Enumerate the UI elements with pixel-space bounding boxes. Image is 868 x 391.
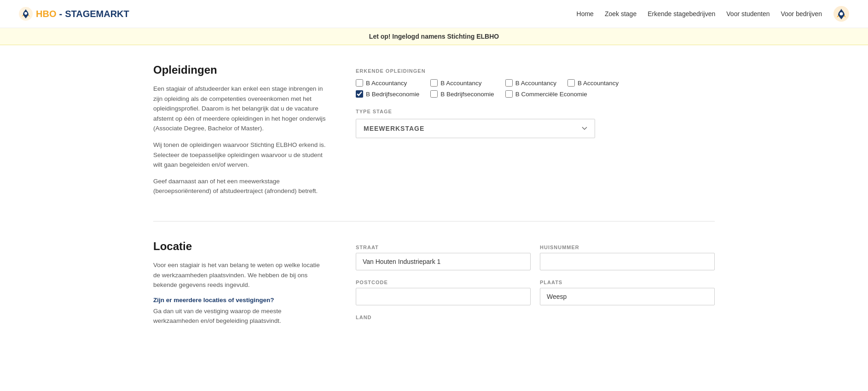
locatie-p3: Ga dan uit van de vestiging waarop de me…	[153, 306, 328, 326]
land-row: LAND	[356, 315, 715, 320]
logo-stagemarkt: STAGEMARKT	[65, 9, 129, 19]
locatie-right: STRAAT HUISNUMMER POSTCODE PLAATS	[356, 240, 715, 333]
checkbox-label-3: B Accountancy	[515, 80, 556, 87]
checkbox-input-6[interactable]	[430, 90, 438, 98]
checkbox-label-7: B Commerciële Economie	[515, 91, 587, 98]
postcode-row: POSTCODE PLAATS	[356, 280, 715, 305]
opleidingen-title: Opleidingen	[153, 64, 328, 76]
nav-home[interactable]: Home	[577, 10, 594, 18]
checkbox-label-2: B Accountancy	[440, 80, 481, 87]
checkbox-label-5: B Bedrijfseconomie	[366, 91, 419, 98]
huisnummer-input[interactable]	[540, 253, 715, 270]
straat-label: STRAAT	[356, 245, 531, 250]
opleidingen-p2: Wij tonen de opleidingen waarvoor Sticht…	[153, 140, 328, 170]
opleidingen-section: Opleidingen Een stagiair of afstudeerder…	[153, 45, 715, 222]
locatie-p1: Voor een stagiair is het van belang te w…	[153, 260, 328, 290]
erkende-opleidingen-label: ERKENDE OPLEIDINGEN	[356, 68, 715, 74]
checkbox-b-accountancy-2[interactable]: B Accountancy	[430, 79, 494, 87]
alert-banner: Let op! Ingelogd namens Stichting ELBHO	[0, 28, 868, 45]
checkbox-b-accountancy-1[interactable]: B Accountancy	[356, 79, 419, 87]
locatie-title: Locatie	[153, 240, 328, 253]
svg-point-3	[840, 12, 843, 16]
checkbox-input-3[interactable]	[505, 79, 513, 87]
nav-rocket-icon	[833, 6, 850, 22]
opleidingen-right: ERKENDE OPLEIDINGEN B Accountancy B Acco…	[356, 64, 715, 203]
main-content: Opleidingen Een stagiair of afstudeerder…	[135, 45, 733, 351]
svg-point-1	[24, 12, 27, 15]
huisnummer-label: HUISNUMMER	[540, 245, 715, 250]
checkbox-b-bedrijfseconomie-2[interactable]: B Bedrijfseconomie	[430, 90, 494, 98]
type-stage-select[interactable]: MEEWERKSTAGE AFSTUDEERTRAJECT	[356, 119, 595, 138]
checkbox-input-1[interactable]	[356, 79, 363, 87]
checkbox-b-accountancy-3[interactable]: B Accountancy	[505, 79, 556, 87]
logo-rocket-icon	[18, 6, 33, 21]
logo-dash: -	[59, 9, 62, 19]
main-nav: Home Zoek stage Erkende stagebedrijven V…	[577, 6, 850, 22]
checkbox-input-5[interactable]	[356, 90, 363, 98]
nav-erkende[interactable]: Erkende stagebedrijven	[648, 10, 715, 18]
checkbox-input-4[interactable]	[567, 79, 575, 87]
checkbox-input-2[interactable]	[430, 79, 438, 87]
checkboxes-grid: B Accountancy B Accountancy B Accountanc…	[356, 79, 715, 98]
logo-link[interactable]: HBO-STAGEMARKT	[18, 6, 129, 21]
opleidingen-p1: Een stagiair of afstudeerder kan enkel e…	[153, 84, 328, 134]
alert-text: Let op! Ingelogd namens Stichting ELBHO	[369, 33, 499, 40]
plaats-input[interactable]	[540, 288, 715, 305]
straat-input[interactable]	[356, 253, 531, 270]
type-stage-label: TYPE STAGE	[356, 109, 715, 114]
checkbox-label-1: B Accountancy	[366, 80, 407, 87]
land-label: LAND	[356, 315, 531, 320]
straat-group: STRAAT	[356, 245, 531, 270]
plaats-group: PLAATS	[540, 280, 715, 305]
checkbox-label-4: B Accountancy	[578, 80, 619, 87]
postcode-label: POSTCODE	[356, 280, 531, 285]
postcode-input[interactable]	[356, 288, 531, 305]
plaats-label: PLAATS	[540, 280, 715, 285]
opleidingen-left: Opleidingen Een stagiair of afstudeerder…	[153, 64, 328, 203]
locatie-left: Locatie Voor een stagiair is het van bel…	[153, 240, 328, 333]
huisnummer-group: HUISNUMMER	[540, 245, 715, 270]
land-group: LAND	[356, 315, 531, 320]
nav-zoek-stage[interactable]: Zoek stage	[605, 10, 637, 18]
logo-hbo: HBO	[36, 9, 56, 19]
opleidingen-p3: Geef daarnaast aan of het een meewerksta…	[153, 176, 328, 196]
nav-voor-studenten[interactable]: Voor studenten	[726, 10, 770, 18]
locatie-section: Locatie Voor een stagiair is het van bel…	[153, 222, 715, 351]
checkbox-b-commerciele-economie[interactable]: B Commerciële Economie	[505, 90, 619, 98]
postcode-group: POSTCODE	[356, 280, 531, 305]
checkbox-label-6: B Bedrijfseconomie	[440, 91, 494, 98]
locatie-p2-bold: Zijn er meerdere locaties of vestigingen…	[153, 297, 328, 303]
checkbox-input-7[interactable]	[505, 90, 513, 98]
header: HBO-STAGEMARKT Home Zoek stage Erkende s…	[0, 0, 868, 28]
straat-row: STRAAT HUISNUMMER	[356, 245, 715, 270]
checkbox-b-accountancy-4[interactable]: B Accountancy	[567, 79, 619, 87]
checkbox-b-bedrijfseconomie-1[interactable]: B Bedrijfseconomie	[356, 90, 419, 98]
nav-voor-bedrijven[interactable]: Voor bedrijven	[781, 10, 822, 18]
